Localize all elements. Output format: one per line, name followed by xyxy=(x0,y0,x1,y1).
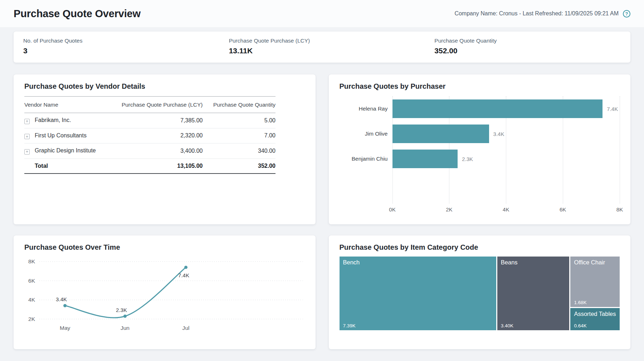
treemap-title: Purchase Quotes by Item Category Code xyxy=(340,243,620,252)
table-row[interactable]: +Fabrikam, Inc. 7,385.00 5.00 xyxy=(24,113,275,128)
vendor-name: Graphic Design Institute xyxy=(35,147,96,153)
x-tick-label: 6K xyxy=(560,206,566,213)
purchaser-bar-chart: Helena RayJim OliveBenjamin Chiu 7.4K3.4… xyxy=(340,96,620,215)
kpi-no-of-purchase-quotes: No. of Purchase Quotes 3 xyxy=(14,38,219,55)
x-tick-label: May xyxy=(60,325,70,331)
line-chart-svg: 8K6K4K2KMayJunJul3.4K2.3K7.4K xyxy=(24,255,305,335)
purchaser-chart-title: Purchase Quotes by Purchaser xyxy=(340,82,620,91)
tile-value-label: 0.64K xyxy=(574,323,586,328)
treemap-tile-beans[interactable]: Beans3.40K xyxy=(497,257,570,330)
kpi-value: 13.11K xyxy=(229,47,425,55)
kpi-value: 3 xyxy=(23,47,219,55)
bar-value-label: 3.4K xyxy=(493,131,504,137)
col-purchase-lcy: Purchase Quote Purchase (LCY) xyxy=(108,97,203,113)
total-label: Total xyxy=(24,158,108,174)
total-quantity: 352.00 xyxy=(203,158,275,174)
expand-plus-icon[interactable]: + xyxy=(24,149,30,155)
data-point-may[interactable] xyxy=(63,304,67,307)
point-value-label: 2.3K xyxy=(116,307,127,313)
bar-plot-area: 7.4K3.4K2.3K xyxy=(392,96,620,204)
treemap-tile-office-chair[interactable]: Office Chair1.68K xyxy=(570,257,620,307)
y-tick-label: 6K xyxy=(28,278,35,284)
table-total-row: Total 13,105.00 352.00 xyxy=(24,158,275,174)
bar-benjamin-chiu[interactable] xyxy=(392,150,458,168)
kpi-label: Purchase Quote Quantity xyxy=(434,38,630,44)
kpi-strip: No. of Purchase Quotes 3 Purchase Quote … xyxy=(14,31,630,63)
y-tick-label: 4K xyxy=(28,297,35,303)
tile-value-label: 3.40K xyxy=(501,323,513,328)
total-purchase: 13,105.00 xyxy=(108,158,203,174)
x-tick-label: 8K xyxy=(616,206,623,213)
dashboard-body: No. of Purchase Quotes 3 Purchase Quote … xyxy=(0,27,644,349)
page-title: Purchase Quote Overview xyxy=(14,8,141,20)
over-time-chart-title: Purchase Quotes Over Time xyxy=(24,243,305,252)
bar-category-label: Benjamin Chiu xyxy=(340,146,392,171)
kpi-purchase-quote-quantity: Purchase Quote Quantity 352.00 xyxy=(425,38,630,55)
table-row[interactable]: +Graphic Design Institute 3,400.00 340.0… xyxy=(24,143,275,159)
vendor-name: Fabrikam, Inc. xyxy=(35,117,71,123)
item-category-treemap: Bench7.39KBeans3.40KOffice Chair1.68KAss… xyxy=(340,257,620,330)
page-header: Purchase Quote Overview Company Name: Cr… xyxy=(0,0,644,27)
x-tick-label: Jun xyxy=(121,325,130,331)
tile-label: Assorted Tables xyxy=(574,311,616,317)
point-value-label: 3.4K xyxy=(56,296,67,302)
bar-category-label: Helena Ray xyxy=(340,96,392,121)
y-tick-label: 8K xyxy=(28,258,35,264)
treemap-tile-assorted-tables[interactable]: Assorted Tables0.64K xyxy=(570,308,620,330)
kpi-label: Purchase Quote Purchase (LCY) xyxy=(229,38,425,44)
bar-value-label: 7.4K xyxy=(607,106,618,112)
bar-value-label: 2.3K xyxy=(462,156,473,162)
tile-label: Beans xyxy=(501,259,566,266)
purchase-value: 2,320.00 xyxy=(108,128,203,143)
table-header-row: Vendor Name Purchase Quote Purchase (LCY… xyxy=(24,97,275,113)
point-value-label: 7.4K xyxy=(178,272,189,278)
quantity-value: 340.00 xyxy=(203,143,275,159)
tile-label: Bench xyxy=(343,259,493,266)
x-tick-label: 2K xyxy=(446,206,452,213)
x-tick-label: 0K xyxy=(389,206,395,213)
over-time-chart-card: Purchase Quotes Over Time 8K6K4K2KMayJun… xyxy=(14,235,316,349)
bar-x-axis: 0K2K4K6K8K xyxy=(392,206,620,215)
tile-value-label: 7.39K xyxy=(343,323,356,328)
help-icon[interactable]: ? xyxy=(623,10,630,18)
item-category-treemap-card: Purchase Quotes by Item Category Code Be… xyxy=(329,235,631,349)
company-refresh-meta: Company Name: Cronus - Last Refreshed: 1… xyxy=(454,10,619,17)
data-point-jul[interactable] xyxy=(184,266,187,269)
purchaser-chart-card: Purchase Quotes by Purchaser Helena RayJ… xyxy=(329,74,631,224)
treemap-column: Bench7.39K xyxy=(340,257,496,330)
y-tick-label: 2K xyxy=(28,316,35,322)
col-vendor-name: Vendor Name xyxy=(24,97,108,113)
vendor-table: Vendor Name Purchase Quote Purchase (LCY… xyxy=(24,96,275,174)
quantity-value: 5.00 xyxy=(203,113,275,128)
x-tick-label: 4K xyxy=(503,206,509,213)
vendor-details-card: Purchase Quotes by Vendor Details Vendor… xyxy=(14,74,316,224)
expand-plus-icon[interactable]: + xyxy=(24,134,30,139)
treemap-tile-bench[interactable]: Bench7.39K xyxy=(340,257,496,330)
bar-jim-olive[interactable] xyxy=(392,125,489,143)
vendor-table-title: Purchase Quotes by Vendor Details xyxy=(24,82,305,91)
bar-helena-ray[interactable] xyxy=(392,99,603,118)
kpi-purchase-quote-purchase-lcy: Purchase Quote Purchase (LCY) 13.11K xyxy=(219,38,425,55)
treemap-column: Office Chair1.68KAssorted Tables0.64K xyxy=(570,257,620,330)
kpi-value: 352.00 xyxy=(434,47,630,55)
expand-plus-icon[interactable]: + xyxy=(24,119,30,124)
data-point-jun[interactable] xyxy=(123,314,127,318)
treemap-column: Beans3.40K xyxy=(497,257,570,330)
x-tick-label: Jul xyxy=(182,325,190,331)
tile-value-label: 1.68K xyxy=(574,300,586,305)
kpi-label: No. of Purchase Quotes xyxy=(23,38,219,44)
quantity-value: 7.00 xyxy=(203,128,275,143)
gridline xyxy=(620,96,620,204)
col-quantity: Purchase Quote Quantity xyxy=(203,97,275,113)
vendor-name: First Up Consultants xyxy=(35,132,87,138)
table-row[interactable]: +First Up Consultants 2,320.00 7.00 xyxy=(24,128,275,143)
bar-category-label: Jim Olive xyxy=(340,121,392,146)
purchase-value: 7,385.00 xyxy=(108,113,203,128)
over-time-line-chart: 8K6K4K2KMayJunJul3.4K2.3K7.4K xyxy=(24,255,305,335)
tile-label: Office Chair xyxy=(574,259,616,266)
purchase-value: 3,400.00 xyxy=(108,143,203,159)
